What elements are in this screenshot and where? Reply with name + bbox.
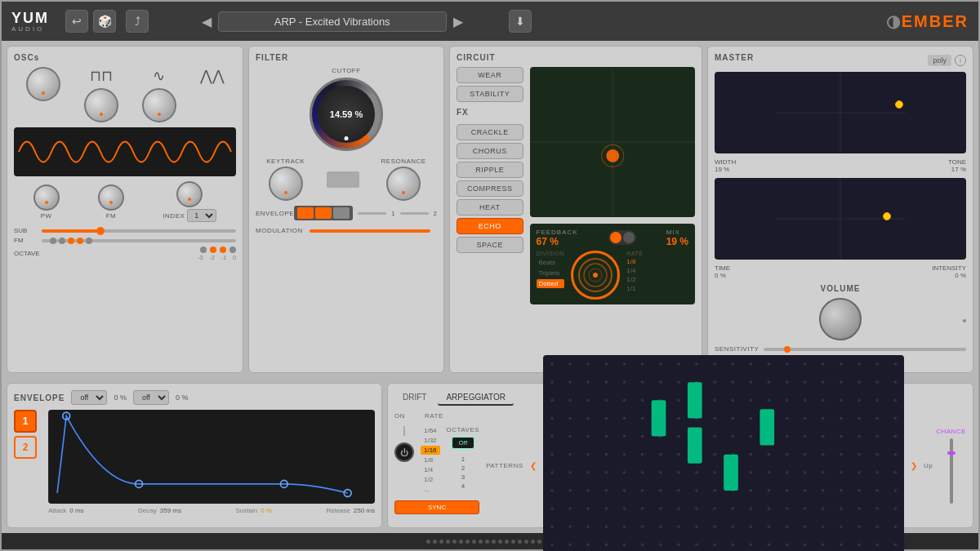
fm-dot-1[interactable] [50, 238, 56, 244]
dot-17 [531, 540, 535, 544]
right-arrow-button[interactable]: ❯ [907, 461, 920, 470]
osc-tune-1-knob[interactable] [26, 67, 60, 101]
left-arrow-button[interactable]: ❮ [527, 461, 540, 470]
ripple-button[interactable]: RIPPLE [457, 162, 523, 178]
edit-button[interactable]: 🎲 [93, 10, 116, 33]
chance-thumb[interactable] [947, 451, 956, 455]
drift-tab[interactable]: DRIFT [394, 390, 434, 406]
sub-slider[interactable] [42, 229, 236, 233]
index-select[interactable]: 123 [187, 209, 216, 222]
pw-label: PW [41, 212, 52, 220]
rate-1-16[interactable]: 1/16 [421, 446, 440, 455]
env-select-1[interactable]: off [71, 390, 107, 405]
index-knob[interactable] [176, 181, 203, 207]
fm-dot-3[interactable] [68, 238, 74, 244]
resonance-knob[interactable] [386, 167, 421, 201]
rate-1-2-arp[interactable]: 1/2 [421, 475, 440, 484]
arp-grid[interactable] [543, 355, 904, 551]
env-bars[interactable] [294, 206, 353, 220]
crackle-button[interactable]: CRACKLE [457, 124, 523, 140]
keytrack-dot [284, 191, 287, 194]
env-select-2[interactable]: off [133, 390, 169, 405]
save-button[interactable]: ⤴ [126, 10, 149, 33]
rate-dots[interactable]: ... [421, 485, 440, 494]
dot-10 [485, 540, 489, 544]
oct-dot-1[interactable] [200, 247, 207, 253]
poly-badge[interactable]: poly [928, 55, 951, 66]
oct-dot-3[interactable] [220, 247, 226, 253]
rate-1-1[interactable]: 1/1 [626, 285, 643, 292]
rate-1-8-arp[interactable]: 1/8 [421, 455, 440, 464]
dotted-item[interactable]: Dotted [537, 279, 565, 288]
sensitivity-thumb[interactable] [784, 346, 791, 353]
space-button[interactable]: SPACE [457, 237, 523, 253]
square-wave-icon[interactable]: ⊓⊓ [90, 67, 113, 85]
filter-slider-display[interactable] [327, 171, 359, 188]
beats-item[interactable]: Beats [537, 258, 565, 267]
octaves-value[interactable]: Off [452, 437, 475, 449]
feedback-label: FEEDBACK [537, 229, 578, 236]
pw-knob[interactable] [33, 184, 60, 211]
osc-tune-2-knob[interactable] [84, 88, 118, 122]
keytrack-knob[interactable] [269, 167, 303, 201]
cutoff-dot [345, 136, 349, 140]
cutoff-knob[interactable]: 14.59 % [310, 78, 383, 151]
wear-button[interactable]: WEAR [457, 67, 523, 83]
pw-knob-container: PW [33, 184, 60, 220]
stability-button[interactable]: STABILITY [457, 86, 523, 102]
fm-dot-5[interactable] [86, 238, 92, 244]
xy-pad-2[interactable] [715, 178, 966, 260]
feedback-toggle[interactable] [608, 230, 636, 245]
fm-dot-2[interactable] [59, 238, 65, 244]
arp-on-button[interactable]: ⏻ [394, 442, 414, 462]
xy-pad-1[interactable] [715, 72, 966, 153]
env-slot-1[interactable]: 1 [14, 410, 37, 433]
fm-dot-4[interactable] [77, 238, 83, 244]
sensitivity-slider[interactable] [764, 348, 966, 351]
intensity-value: 0 % [932, 272, 966, 279]
osc-tune-3-knob[interactable] [142, 88, 176, 122]
knob-dot-2 [100, 113, 103, 116]
oct-zero: 0 [233, 255, 236, 260]
fm-slider[interactable] [42, 239, 236, 242]
rate-label: RATE [626, 251, 643, 256]
toggle-off[interactable] [623, 232, 635, 243]
fm-knob[interactable] [98, 184, 124, 211]
undo-button[interactable]: ↩ [65, 10, 88, 33]
fx-label: FX [457, 108, 523, 117]
rate-1-2[interactable]: 1/2 [626, 276, 643, 283]
rate-1-8[interactable]: 1/8 [626, 258, 643, 265]
sync-button[interactable]: SYNC [394, 500, 479, 514]
oct-dot-2[interactable] [210, 247, 216, 253]
next-preset-button[interactable]: ▶ [447, 11, 470, 33]
rate-1-4[interactable]: 1/4 [626, 267, 643, 274]
rate-1-4-arp[interactable]: 1/4 [421, 465, 440, 474]
fm-slider-row: FM [14, 237, 236, 244]
rate-1-64[interactable]: 1/64 [421, 426, 440, 435]
svg-rect-21 [688, 428, 702, 464]
rate-1-32[interactable]: 1/32 [421, 436, 440, 445]
arp-tab-active[interactable]: ARPEGGIATOR [438, 390, 513, 406]
oct-dot-4[interactable] [229, 247, 236, 253]
attack-value: 0 ms [69, 507, 83, 514]
heat-button[interactable]: HEAT [457, 199, 523, 216]
echo-button[interactable]: ECHO [457, 218, 523, 234]
info-icon[interactable]: i [955, 55, 966, 66]
chance-track[interactable] [950, 438, 953, 504]
env-slot-2[interactable]: 2 [14, 436, 37, 459]
volume-knob[interactable] [819, 298, 862, 340]
env-1-label: 1 [391, 210, 394, 217]
tri-wave-icon[interactable]: ⋀⋀ [200, 67, 225, 85]
download-button[interactable]: ⬇ [509, 10, 532, 33]
chorus-button[interactable]: CHORUS [457, 143, 523, 159]
toggle-on[interactable] [610, 232, 621, 243]
echo-wheel[interactable] [571, 251, 620, 300]
saw-wave-icon[interactable]: ∿ [153, 67, 165, 85]
prev-preset-button[interactable]: ◀ [195, 11, 218, 33]
preset-name[interactable]: ARP - Excited Vibrations [218, 11, 447, 32]
sub-slider-thumb[interactable] [96, 227, 105, 235]
modulation-slider[interactable] [310, 229, 430, 233]
octave-slider-row: OCTAVE -3 -2 -1 0 [14, 247, 236, 260]
triplets-item[interactable]: Triplets [537, 269, 565, 278]
compress-button[interactable]: COMPRESS [457, 180, 523, 197]
